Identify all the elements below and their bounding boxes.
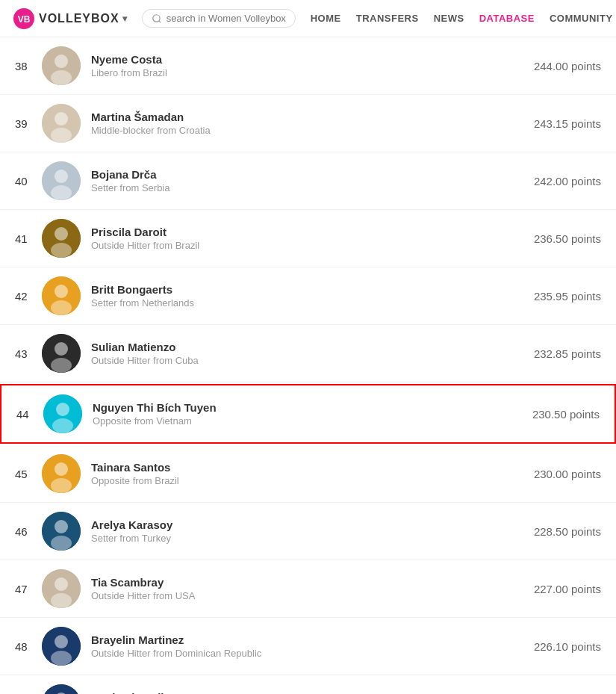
- avatar-image: [42, 684, 81, 694]
- player-name: Tia Scambray: [91, 576, 534, 589]
- player-points: 226.10 points: [534, 640, 601, 653]
- svg-point-35: [55, 635, 68, 648]
- player-points: 242.00 points: [534, 175, 601, 188]
- avatar: [42, 46, 81, 85]
- player-info: Brayelin Martinez Outside Hitter from Do…: [91, 633, 534, 659]
- avatar: [42, 334, 81, 373]
- player-name: Bojana Drča: [91, 168, 534, 181]
- player-detail: Outside Hitter from Dominican Republic: [91, 648, 534, 659]
- avatar: [42, 512, 81, 551]
- svg-point-20: [55, 342, 68, 356]
- avatar: [43, 394, 82, 433]
- player-info: Sulian Matienzo Outside Hitter from Cuba: [91, 341, 534, 366]
- player-list: 38 Nyeme Costa Libero from Brazil 244.00…: [0, 37, 616, 694]
- player-rank: 39: [15, 117, 42, 130]
- player-name: Nguyen Thi Bích Tuyen: [93, 401, 532, 414]
- avatar: [42, 161, 81, 200]
- avatar-image: [42, 334, 81, 373]
- player-name: Raphaela Folie: [91, 691, 534, 694]
- svg-point-27: [51, 478, 72, 493]
- logo-text: VOLLEYBOX: [39, 12, 119, 25]
- svg-point-11: [55, 170, 68, 183]
- nav-home[interactable]: HOME: [311, 13, 341, 24]
- search-bar[interactable]: [142, 9, 296, 28]
- svg-point-9: [51, 128, 72, 143]
- player-info: Martina Šamadan Middle-blocker from Croa…: [91, 111, 534, 136]
- nav-community[interactable]: COMMUNITY: [550, 13, 613, 24]
- logo-chevron-icon: ▾: [122, 13, 127, 24]
- player-name: Brayelin Martinez: [91, 633, 534, 646]
- svg-point-26: [55, 462, 68, 476]
- svg-point-24: [52, 418, 73, 433]
- svg-point-14: [55, 227, 68, 241]
- avatar-image: [42, 219, 81, 258]
- player-row[interactable]: 43 Sulian Matienzo Outside Hitter from C…: [0, 325, 616, 382]
- logo-icon: VB: [12, 7, 36, 31]
- player-rank: 43: [15, 347, 42, 360]
- header: VB VOLLEYBOX ▾ HOME TRANSFERS NEWS DATAB…: [0, 0, 616, 37]
- player-name: Martina Šamadan: [91, 111, 534, 123]
- player-row[interactable]: 47 Tia Scambray Outside Hitter from USA …: [0, 560, 616, 618]
- svg-point-8: [55, 112, 68, 126]
- player-name: Britt Bongaerts: [91, 283, 534, 296]
- player-name: Sulian Matienzo: [91, 341, 534, 353]
- player-name: Nyeme Costa: [91, 53, 534, 66]
- avatar-image: [42, 627, 81, 666]
- player-row[interactable]: 42 Britt Bongaerts Setter from Netherlan…: [0, 267, 616, 325]
- player-detail: Setter from Netherlands: [91, 297, 534, 309]
- player-rank: 44: [16, 408, 43, 421]
- player-points: 236.50 points: [534, 232, 601, 245]
- logo[interactable]: VB VOLLEYBOX ▾: [12, 7, 127, 31]
- avatar-image: [42, 46, 81, 85]
- player-detail: Opposite from Vietnam: [93, 415, 532, 427]
- player-points: 243.15 points: [534, 117, 601, 130]
- nav-database[interactable]: DATABASE: [479, 13, 535, 24]
- player-rank: 41: [15, 232, 42, 245]
- player-points: 232.85 points: [534, 347, 601, 360]
- player-info: Nyeme Costa Libero from Brazil: [91, 53, 534, 78]
- player-detail: Libero from Brazil: [91, 67, 534, 78]
- player-detail: Middle-blocker from Croatia: [91, 125, 534, 136]
- player-row[interactable]: 45 Tainara Santos Opposite from Brazil 2…: [0, 445, 616, 503]
- svg-point-18: [51, 300, 72, 315]
- player-rank: 45: [15, 468, 42, 480]
- avatar: [42, 569, 81, 608]
- search-icon: [152, 13, 162, 24]
- player-row[interactable]: 38 Nyeme Costa Libero from Brazil 244.00…: [0, 37, 616, 95]
- player-row[interactable]: 49 Raphaela Folie Middle-blocker from It…: [0, 675, 616, 694]
- avatar: [42, 684, 81, 694]
- svg-point-15: [51, 243, 72, 258]
- avatar: [42, 627, 81, 666]
- svg-point-2: [152, 14, 159, 21]
- player-row[interactable]: 44 Nguyen Thi Bích Tuyen Opposite from V…: [0, 384, 616, 444]
- svg-point-6: [51, 70, 72, 85]
- avatar-image: [42, 104, 81, 143]
- avatar-image: [42, 569, 81, 608]
- nav-transfers[interactable]: TRANSFERS: [356, 13, 419, 24]
- svg-line-3: [158, 20, 161, 22]
- avatar: [42, 454, 81, 493]
- player-row[interactable]: 41 Priscila Daroit Outside Hitter from B…: [0, 210, 616, 267]
- player-points: 230.50 points: [532, 408, 600, 421]
- player-points: 230.00 points: [534, 468, 601, 480]
- avatar-image: [42, 276, 81, 315]
- player-rank: 46: [15, 525, 42, 538]
- avatar: [42, 104, 81, 143]
- player-detail: Opposite from Brazil: [91, 475, 534, 486]
- player-rank: 42: [15, 290, 42, 303]
- player-row[interactable]: 48 Brayelin Martinez Outside Hitter from…: [0, 618, 616, 675]
- player-name: Arelya Karasoy: [91, 518, 534, 531]
- player-row[interactable]: 40 Bojana Drča Setter from Serbia 242.00…: [0, 152, 616, 210]
- svg-point-17: [55, 285, 68, 298]
- player-row[interactable]: 39 Martina Šamadan Middle-blocker from C…: [0, 95, 616, 152]
- player-points: 228.50 points: [534, 525, 601, 538]
- player-row[interactable]: 46 Arelya Karasoy Setter from Turkey 228…: [0, 503, 616, 560]
- player-info: Nguyen Thi Bích Tuyen Opposite from Viet…: [93, 401, 532, 427]
- player-rank: 38: [15, 60, 42, 72]
- player-points: 244.00 points: [534, 60, 601, 72]
- player-detail: Outside Hitter from Brazil: [91, 240, 534, 251]
- search-input[interactable]: [167, 13, 286, 24]
- nav-news[interactable]: NEWS: [434, 13, 464, 24]
- player-points: 227.00 points: [534, 583, 601, 595]
- player-rank: 47: [15, 583, 42, 595]
